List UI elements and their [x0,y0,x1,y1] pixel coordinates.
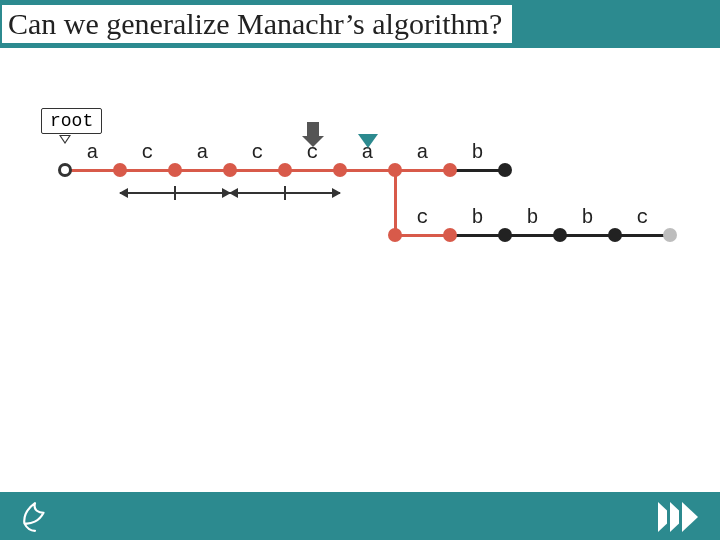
row1-char: a [416,141,428,164]
chevrons-icon[interactable] [662,502,698,532]
row1-edge [175,169,230,172]
row1-char: a [86,141,98,164]
root-pointer-icon [59,135,71,144]
footer-bar [0,492,720,540]
row2-node [553,228,567,242]
row1-edge [450,169,505,172]
diagram-area: rootacaccaabcbbbc [0,48,720,492]
row2-node [663,228,677,242]
range-arrow [230,192,340,194]
current-pointer-icon [307,122,319,136]
row1-char: c [141,141,153,164]
row1-node [333,163,347,177]
drop-edge [394,170,397,235]
slide-title: Can we generalize Manachr’s algorithm? [2,5,512,43]
row2-char: c [416,206,428,229]
triangle-marker-icon [358,134,378,148]
row2-node [608,228,622,242]
row1-node [498,163,512,177]
row2-char: b [526,206,538,229]
row2-node [443,228,457,242]
row2-edge [560,234,615,237]
title-bar: Can we generalize Manachr’s algorithm? [0,0,720,48]
row1-node [168,163,182,177]
row1-edge [120,169,175,172]
row2-node [498,228,512,242]
row2-edge [450,234,505,237]
row1-edge [340,169,395,172]
row1-node [278,163,292,177]
row1-node [58,163,72,177]
row1-node [223,163,237,177]
row1-edge [65,169,120,172]
row2-edge [505,234,560,237]
leaf-icon [18,500,52,534]
row2-char: b [581,206,593,229]
row1-edge [230,169,285,172]
range-arrow [120,192,230,194]
row1-edge [285,169,340,172]
row1-char: b [471,141,483,164]
row1-node [443,163,457,177]
row2-char: c [636,206,648,229]
row2-char: b [471,206,483,229]
row1-char: a [196,141,208,164]
row2-edge [615,234,670,237]
row1-node [113,163,127,177]
row2-edge [395,234,450,237]
row1-edge [395,169,450,172]
row1-char: c [251,141,263,164]
root-label: root [41,108,102,134]
